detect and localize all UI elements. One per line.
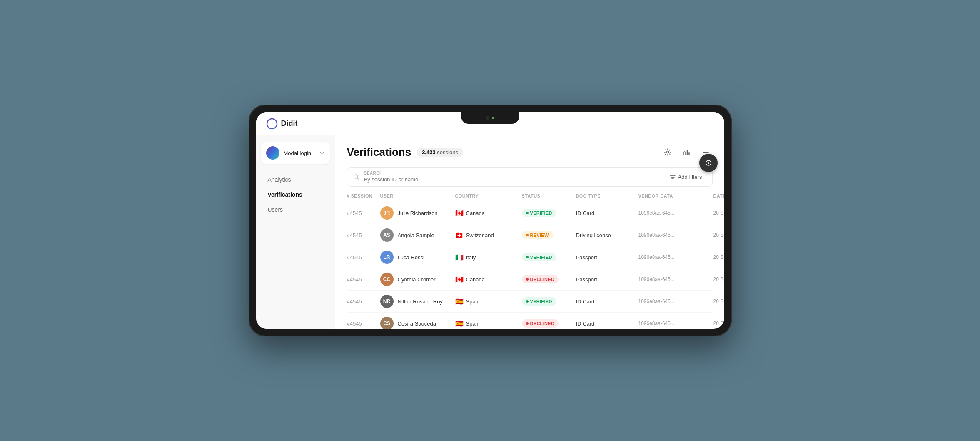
app-logo-text: Didit xyxy=(281,119,298,128)
status-badge: VERIFIED xyxy=(522,297,556,306)
chevron-down-icon xyxy=(319,150,325,156)
device-screen: Didit Modal login Analytics xyxy=(256,112,724,329)
country-name: Spain xyxy=(466,321,480,327)
table-header: # SESSION USER COUNTRY STATUS DOC TYPE V… xyxy=(347,193,713,202)
user-avatar: CC xyxy=(380,273,394,286)
account-name: Modal login xyxy=(284,150,315,156)
status-dot xyxy=(526,234,529,236)
svg-rect-3 xyxy=(686,150,687,155)
sidebar-item-verifications[interactable]: Verifications xyxy=(259,188,332,202)
cell-vendor-data: 1096e8aa-645... xyxy=(638,298,713,304)
notch-camera xyxy=(486,116,489,120)
status-dot xyxy=(526,300,529,303)
cell-date: 20 Sep 12:54 xyxy=(713,276,724,282)
cell-status: DECLINED xyxy=(522,275,576,283)
user-name: Nilton Rosario Roy xyxy=(398,298,443,305)
country-flag: 🇪🇸 xyxy=(455,298,464,306)
cell-date: 20 Sep 12:54 xyxy=(713,321,724,326)
page-title: Verifications xyxy=(347,146,411,159)
chart-icon-btn[interactable] xyxy=(680,145,693,159)
cell-user: CS Cesira Sauceda xyxy=(380,317,455,329)
user-avatar: JR xyxy=(380,206,394,220)
country-name: Italy xyxy=(466,254,476,261)
cell-session: #4545 xyxy=(347,321,380,327)
logo-area: Didit xyxy=(266,118,298,130)
cell-user: LR Luca Rossi xyxy=(380,251,455,264)
cell-user: NR Nilton Rosario Roy xyxy=(380,295,455,308)
table-row[interactable]: #4545 AS Angela Sample 🇨🇭 Switzerland RE… xyxy=(347,224,713,246)
settings-icon-btn[interactable] xyxy=(661,145,674,159)
content-area: Verifications 3,433 sessions xyxy=(335,135,724,329)
cell-date: 20 Sep 12:54 xyxy=(713,298,724,304)
sidebar-item-users[interactable]: Users xyxy=(259,203,332,217)
main-content: Verifications 3,433 sessions xyxy=(335,112,724,329)
th-date: DATE xyxy=(713,193,724,198)
user-avatar: LR xyxy=(380,251,394,264)
cell-status: VERIFIED xyxy=(522,209,576,217)
cell-country: 🇨🇭 Switzerland xyxy=(455,231,522,239)
cell-user: AS Angela Sample xyxy=(380,228,455,242)
notch-indicator xyxy=(492,117,494,119)
user-avatar: NR xyxy=(380,295,394,308)
sidebar-account[interactable]: Modal login xyxy=(261,142,330,164)
sidebar-item-analytics[interactable]: Analytics xyxy=(259,173,332,187)
th-user: USER xyxy=(380,193,455,198)
search-label: SEARCH xyxy=(364,171,661,175)
status-badge: VERIFIED xyxy=(522,209,556,217)
status-badge: VERIFIED xyxy=(522,253,556,261)
cell-status: VERIFIED xyxy=(522,297,576,306)
svg-point-7 xyxy=(708,162,709,164)
user-avatar: CS xyxy=(380,317,394,329)
cell-country: 🇪🇸 Spain xyxy=(455,298,522,306)
cell-date: 20 Sep 12:54 xyxy=(713,210,724,216)
table-row[interactable]: #4545 NR Nilton Rosario Roy 🇪🇸 Spain VER… xyxy=(347,291,713,313)
svg-point-1 xyxy=(666,151,668,153)
user-name: Cesira Sauceda xyxy=(398,321,436,327)
cell-status: DECLINED xyxy=(522,319,576,328)
status-badge: DECLINED xyxy=(522,275,559,283)
status-dot xyxy=(526,256,529,258)
cell-doc-type: Driving license xyxy=(576,232,638,238)
search-bar: SEARCH Add filters xyxy=(347,167,713,187)
table-row[interactable]: #4545 CC Cynthia Cromer 🇨🇦 Canada DECLIN… xyxy=(347,268,713,291)
sessions-count: 3,433 xyxy=(422,149,436,155)
user-name: Cynthia Cromer xyxy=(398,276,436,283)
sidebar: Modal login Analytics Verifications User… xyxy=(256,112,335,329)
cell-session: #4545 xyxy=(347,254,380,261)
device-frame: Didit Modal login Analytics xyxy=(249,105,732,336)
cell-status: VERIFIED xyxy=(522,253,576,261)
filter-label: Add filters xyxy=(678,174,702,180)
table-row[interactable]: #4545 LR Luca Rossi 🇮🇹 Italy VERIFIED Pa… xyxy=(347,246,713,268)
filter-button[interactable]: Add filters xyxy=(666,172,706,182)
search-fields: SEARCH xyxy=(364,171,661,183)
status-dot xyxy=(526,322,529,325)
cell-session: #4545 xyxy=(347,232,380,238)
status-badge: REVIEW xyxy=(522,231,553,239)
cell-session: #4545 xyxy=(347,298,380,305)
table-row[interactable]: #4545 CS Cesira Sauceda 🇪🇸 Spain DECLINE… xyxy=(347,313,713,329)
user-name: Julie Richardson xyxy=(398,210,438,216)
app-layout: Modal login Analytics Verifications User… xyxy=(256,112,724,329)
search-input[interactable] xyxy=(364,176,661,183)
country-name: Spain xyxy=(466,298,480,305)
status-badge: DECLINED xyxy=(522,319,559,328)
cell-vendor-data: 1096e8aa-645... xyxy=(638,276,713,282)
cell-user: CC Cynthia Cromer xyxy=(380,273,455,286)
th-vendor-data: VENDOR DATA xyxy=(638,193,713,198)
cell-date: 20 Sep 12:54 xyxy=(713,254,724,260)
cell-status: REVIEW xyxy=(522,231,576,239)
country-name: Canada xyxy=(466,210,485,216)
th-status: STATUS xyxy=(522,193,576,198)
table-row[interactable]: #4545 JR Julie Richardson 🇨🇦 Canada VERI… xyxy=(347,202,713,224)
user-name: Angela Sample xyxy=(398,232,434,238)
cell-session: #4545 xyxy=(347,276,380,283)
cell-country: 🇪🇸 Spain xyxy=(455,320,522,328)
logo-icon xyxy=(266,118,278,130)
page-title-area: Verifications 3,433 sessions xyxy=(347,146,463,159)
cell-country: 🇮🇹 Italy xyxy=(455,253,522,261)
th-country: COUNTRY xyxy=(455,193,522,198)
country-flag: 🇪🇸 xyxy=(455,320,464,328)
svg-rect-4 xyxy=(688,153,690,155)
verifications-table: # SESSION USER COUNTRY STATUS DOC TYPE V… xyxy=(347,193,713,329)
fab-button[interactable] xyxy=(699,154,718,172)
